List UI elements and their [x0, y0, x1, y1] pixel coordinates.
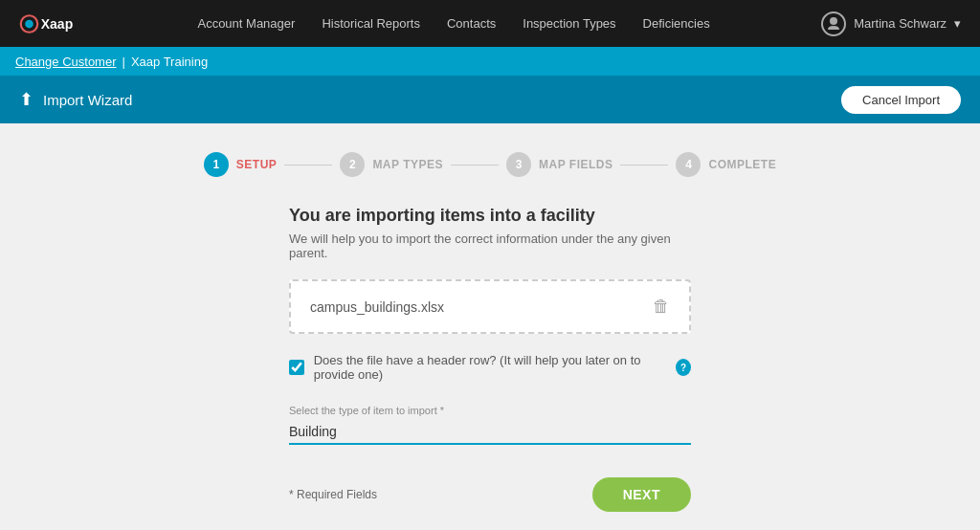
form-footer-row: * Required Fields NEXT	[289, 477, 691, 512]
sub-header-left: ⬆ Import Wizard	[19, 89, 132, 110]
header-row-label: Does the file have a header row? (It wil…	[314, 353, 663, 382]
required-note: * Required Fields	[289, 488, 377, 501]
top-nav: Xaap Account Manager Historical Reports …	[0, 0, 980, 47]
logo-area: Xaap	[19, 10, 86, 38]
step-4-label: COMPLETE	[708, 158, 776, 171]
step-4-circle: 4	[676, 152, 701, 177]
header-row-checkbox[interactable]	[289, 359, 304, 376]
nav-historical-reports[interactable]: Historical Reports	[322, 16, 420, 31]
sub-header-title: Import Wizard	[43, 92, 132, 108]
form-title: You are importing items into a facility	[289, 206, 691, 226]
cancel-import-button[interactable]: Cancel Import	[841, 86, 961, 114]
svg-text:Xaap: Xaap	[41, 16, 73, 32]
user-name: Martina Schwarz	[854, 16, 947, 31]
item-type-field: Select the type of item to import *	[289, 405, 691, 445]
logo-icon: Xaap	[19, 10, 86, 38]
step-3: 3 MAP FIELDS	[506, 152, 612, 177]
nav-deficiencies[interactable]: Deficiencies	[643, 16, 710, 31]
step-3-label: MAP FIELDS	[539, 158, 612, 171]
item-type-input[interactable]	[289, 420, 691, 445]
nav-contacts[interactable]: Contacts	[447, 16, 496, 31]
header-row-checkbox-row: Does the file have a header row? (It wil…	[289, 353, 691, 382]
svg-point-3	[830, 17, 837, 25]
step-1: 1 SETUP	[204, 152, 278, 177]
nav-account-manager[interactable]: Account Manager	[197, 16, 295, 31]
file-name: campus_buildings.xlsx	[310, 299, 444, 315]
sub-header: ⬆ Import Wizard Cancel Import	[0, 76, 980, 123]
step-2: 2 MAP TYPES	[340, 152, 443, 177]
main-content: 1 SETUP 2 MAP TYPES 3 MAP FIELDS 4 COMPL…	[0, 123, 980, 530]
svg-point-1	[25, 19, 33, 28]
delete-file-icon[interactable]: 🗑	[653, 297, 670, 317]
step-1-label: SETUP	[236, 158, 278, 171]
step-connector-3	[620, 165, 668, 166]
user-icon	[821, 11, 846, 36]
breadcrumb-current: Xaap Training	[131, 55, 208, 69]
form-subtitle: We will help you to import the correct i…	[289, 232, 691, 260]
user-chevron-icon: ▾	[954, 16, 961, 31]
step-connector-2	[451, 165, 499, 166]
next-button[interactable]: NEXT	[592, 477, 691, 512]
step-4: 4 COMPLETE	[676, 152, 776, 177]
user-avatar-icon	[826, 16, 841, 32]
step-1-circle: 1	[204, 152, 229, 177]
step-2-label: MAP TYPES	[372, 158, 443, 171]
import-wizard-icon: ⬆	[19, 89, 33, 110]
info-icon[interactable]: ?	[676, 359, 691, 376]
stepper: 1 SETUP 2 MAP TYPES 3 MAP FIELDS 4 COMPL…	[204, 152, 776, 177]
breadcrumb-separator: |	[122, 55, 125, 69]
breadcrumb-change-customer[interactable]: Change Customer	[15, 55, 117, 69]
step-2-circle: 2	[340, 152, 365, 177]
user-area[interactable]: Martina Schwarz ▾	[821, 11, 961, 36]
breadcrumb-bar: Change Customer | Xaap Training	[0, 47, 980, 76]
step-3-circle: 3	[506, 152, 531, 177]
form-outer: You are importing items into a facility …	[289, 206, 691, 468]
step-connector-1	[284, 165, 332, 166]
file-upload-box[interactable]: campus_buildings.xlsx 🗑	[289, 279, 691, 334]
nav-links: Account Manager Historical Reports Conta…	[197, 16, 709, 31]
nav-inspection-types[interactable]: Inspection Types	[523, 16, 615, 31]
item-type-label: Select the type of item to import *	[289, 405, 691, 416]
